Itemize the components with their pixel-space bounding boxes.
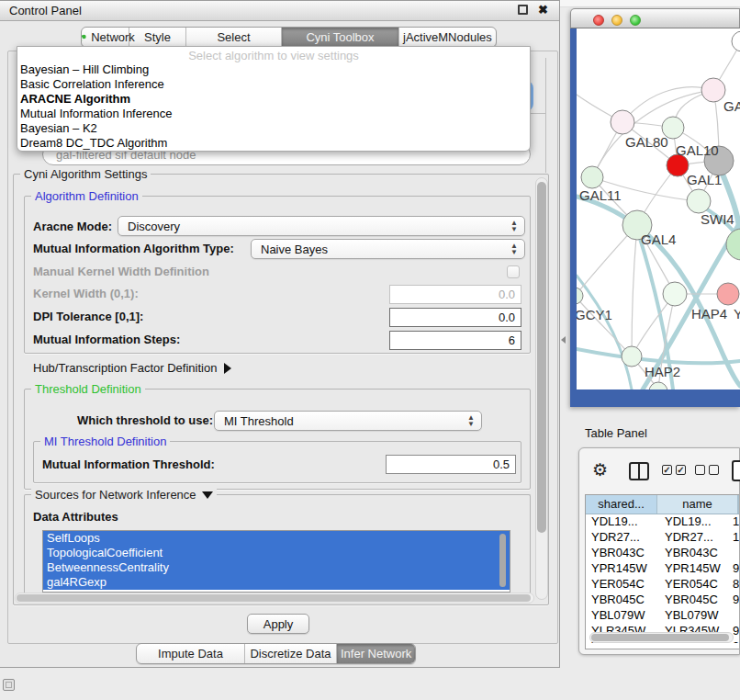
deselect-all-checkboxes-icon[interactable]: [695, 465, 719, 475]
network-node-label: GAL10: [676, 142, 719, 158]
network-node[interactable]: [701, 78, 725, 102]
cell-name[interactable]: YDR27...: [659, 530, 731, 546]
column-header[interactable]: shared...: [586, 495, 657, 514]
network-edge-thick[interactable]: [577, 276, 632, 390]
network-node[interactable]: [726, 229, 740, 260]
columns-icon[interactable]: [629, 462, 649, 480]
settings-horizontal-scrollbar[interactable]: [15, 593, 534, 604]
network-node[interactable]: [611, 110, 634, 134]
cell-shared-name[interactable]: YBR043C: [586, 546, 659, 561]
scrollbar-thumb[interactable]: [537, 182, 546, 533]
menu-item[interactable]: Dream8 DC_TDC Algorithm: [17, 136, 530, 151]
network-node[interactable]: [663, 282, 687, 306]
network-edge[interactable]: [577, 296, 632, 356]
close-panel-icon[interactable]: ✖: [538, 3, 548, 17]
data-attributes-list[interactable]: SelfLoopsTopologicalCoefficientBetweenne…: [42, 530, 510, 593]
cell-value[interactable]: 9.: [731, 593, 739, 608]
tab[interactable]: Cyni Toolbox: [282, 28, 399, 47]
network-node[interactable]: [622, 346, 642, 367]
cell-name[interactable]: YPR145W: [659, 561, 731, 577]
zoom-window-button[interactable]: [630, 15, 641, 26]
network-edge-thick[interactable]: [577, 349, 740, 363]
minimize-window-button[interactable]: [611, 15, 622, 26]
dpi-tolerance-field[interactable]: 0.0: [389, 308, 521, 327]
apply-button[interactable]: Apply: [247, 614, 309, 634]
table-row[interactable]: YER054C YER054C 8.: [586, 577, 739, 593]
cell-value[interactable]: 13: [731, 514, 739, 530]
kernel-width-field[interactable]: 0.0: [389, 285, 521, 304]
menu-item[interactable]: Bayesian – Hill Climbing: [17, 62, 530, 77]
cell-shared-name[interactable]: YPR145W: [586, 561, 659, 577]
network-edge[interactable]: [632, 225, 637, 356]
tab[interactable]: jActiveMNodules: [399, 28, 496, 47]
list-item[interactable]: TopologicalCoefficient: [43, 546, 510, 560]
table-row[interactable]: YDL19... YDL19... 13: [586, 514, 739, 530]
gear-icon[interactable]: ⚙: [592, 459, 608, 480]
hub-definition-expander[interactable]: Hub/Transcription Factor Definition: [33, 361, 231, 375]
cell-value[interactable]: [731, 546, 739, 561]
network-node[interactable]: [717, 283, 739, 305]
cell-shared-name[interactable]: YER054C: [586, 577, 659, 593]
aracne-mode-combo[interactable]: Discovery ▲▼: [118, 216, 525, 236]
tab[interactable]: Impute Data: [137, 644, 245, 663]
minimized-panel-icon[interactable]: [3, 679, 15, 691]
mi-steps-field[interactable]: 6: [389, 331, 521, 350]
scrollbar-thumb[interactable]: [17, 594, 531, 602]
mi-threshold-field[interactable]: 0.5: [386, 455, 516, 474]
sources-group-title[interactable]: Sources for Network Inference: [31, 488, 217, 502]
table-row[interactable]: YBL079W YBL079W: [586, 608, 739, 624]
cell-name[interactable]: YBL079W: [659, 608, 731, 624]
tab[interactable]: Discretize Data: [245, 644, 337, 663]
manual-kernel-checkbox[interactable]: [507, 265, 520, 278]
cell-value[interactable]: 12: [731, 530, 739, 546]
settings-vertical-scrollbar[interactable]: [535, 177, 548, 600]
menu-item[interactable]: Bayesian – K2: [17, 121, 530, 136]
cell-name[interactable]: YDL19...: [659, 514, 731, 530]
list-item[interactable]: BetweennessCentrality: [43, 560, 510, 575]
list-scrollbar-thumb[interactable]: [499, 534, 506, 587]
cyni-bottom-tabs: Impute Data Discretize Data Infer Networ…: [136, 643, 416, 664]
document-icon[interactable]: [732, 460, 740, 481]
table-row[interactable]: YBR043C YBR043C: [586, 546, 739, 561]
cell-name[interactable]: YBR045C: [659, 593, 731, 608]
cell-name[interactable]: YER054C: [659, 577, 731, 593]
cell-shared-name[interactable]: YDR27...: [586, 530, 659, 546]
network-node[interactable]: [649, 382, 667, 390]
expander-arrow-down-icon: [202, 491, 213, 499]
network-node[interactable]: [581, 166, 603, 188]
mi-algorithm-type-combo[interactable]: Naive Bayes ▲▼: [251, 239, 525, 259]
tab[interactable]: Style: [129, 28, 186, 47]
panel-collapse-handle[interactable]: [561, 336, 566, 344]
select-all-checkboxes-icon[interactable]: ✓✓: [662, 465, 686, 475]
tab[interactable]: Select: [186, 28, 282, 47]
which-threshold-combo[interactable]: MI Threshold ▲▼: [214, 411, 482, 431]
cell-shared-name[interactable]: YDL19...: [586, 514, 659, 530]
list-item[interactable]: SelfLoops: [43, 531, 510, 546]
network-node[interactable]: [577, 288, 583, 304]
table-row[interactable]: YPR145W YPR145W 9.: [586, 561, 739, 577]
menu-item[interactable]: Mutual Information Inference: [17, 107, 530, 121]
list-item[interactable]: gal4RGexp: [43, 575, 510, 590]
network-node[interactable]: [687, 189, 711, 213]
network-canvas[interactable]: GALGAL80GAL10GAL1GAL11GAL4SWI4GCY1HAP4YH…: [577, 28, 740, 390]
close-window-button[interactable]: [593, 15, 604, 26]
cell-shared-name[interactable]: YBR045C: [586, 593, 659, 608]
tab[interactable]: Network: [82, 28, 129, 47]
tab[interactable]: Infer Network: [337, 644, 415, 663]
network-node[interactable]: [732, 31, 740, 51]
cell-value[interactable]: [731, 608, 739, 624]
float-panel-icon[interactable]: [518, 5, 528, 15]
network-graph: GALGAL80GAL10GAL1GAL11GAL4SWI4GCY1HAP4YH…: [577, 28, 740, 390]
cell-name[interactable]: YBR043C: [659, 546, 731, 561]
column-header[interactable]: [738, 495, 739, 514]
table-row[interactable]: YBR045C YBR045C 9.: [586, 593, 739, 608]
column-header[interactable]: name: [657, 495, 738, 514]
menu-item[interactable]: ARACNE Algorithm: [17, 92, 530, 107]
cell-value[interactable]: 8.: [731, 577, 739, 593]
cell-value[interactable]: 9.: [731, 561, 739, 577]
table-row[interactable]: YDR27... YDR27... 12: [586, 530, 739, 546]
menu-item[interactable]: Basic Correlation Inference: [17, 77, 530, 92]
scrollbar-thumb[interactable]: [591, 634, 729, 641]
cell-shared-name[interactable]: YBL079W: [586, 608, 659, 624]
table-horizontal-scrollbar[interactable]: [589, 632, 734, 643]
